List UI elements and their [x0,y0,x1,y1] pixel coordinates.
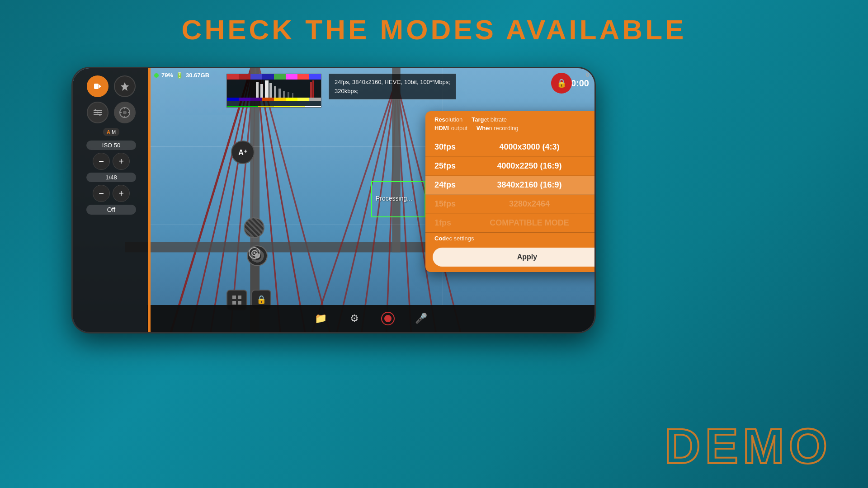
mode-row-2[interactable]: 24fps 3840x2160 (16:9) Off [425,176,596,195]
left-controls-panel: A M ISO 50 − + 1/48 − + Off [73,68,150,332]
svg-rect-37 [238,301,241,305]
shutter-plus-button[interactable]: + [113,185,130,202]
camera-info-panel: 24fps, 3840x2160, HEVC, 10bit, 100*²Mbps… [329,74,456,99]
lock-button[interactable]: 🔒 [551,73,572,94]
mode-row-1[interactable]: 25fps 4000x2250 (16:9) [425,157,596,176]
mode-row-3[interactable]: 15fps 3280x2464 GPU [425,195,596,214]
mode-m-label: M [112,129,116,135]
camera-info-line2: 320kbps; [335,87,450,96]
mode-row-0[interactable]: 30fps 4000x3000 (4:3) [425,138,596,157]
svg-rect-23 [269,83,272,98]
shutter-label: 1/48 [86,173,136,182]
auto-plus-button[interactable]: A⁺ [231,141,255,164]
svg-rect-25 [278,89,281,98]
mode-fps-3: 15fps [434,199,462,209]
signal-dot [154,73,159,78]
svg-point-48 [123,111,127,114]
svg-rect-36 [232,301,236,305]
apply-button[interactable]: Apply [433,248,596,267]
battery-percent: 79% [161,72,173,79]
mode-res-4: COMPATIBLE MODE [466,218,593,228]
modes-list: 30fps 4000x3000 (4:3) 25fps 4000x2250 (1… [425,134,596,232]
svg-point-54 [384,315,392,322]
svg-point-44 [94,109,96,111]
svg-rect-34 [232,296,236,299]
storage-text: 30.67GB [186,72,209,79]
mode-fps-0: 30fps [434,142,462,152]
off-label: Off [86,205,136,215]
svg-point-45 [97,112,99,113]
processing-text: Processing... [376,195,412,202]
svg-rect-24 [274,86,276,98]
svg-rect-38 [94,84,99,89]
mode-row-4[interactable]: 1fps COMPATIBLE MODE [425,214,596,232]
svg-rect-22 [265,80,269,98]
mode-indicator: A M [103,128,119,136]
histogram-panel [226,74,321,108]
demo-watermark: DEMO [665,417,832,474]
mic-button[interactable]: 🎤 [411,309,431,328]
record-button[interactable] [378,309,398,328]
striped-button[interactable] [244,217,264,238]
mode-fps-4: 1fps [434,218,462,228]
left-separator [148,68,151,332]
modes-panel: ✕ Resolution Target bitrate HDMI output … [425,111,596,272]
status-bar: 79% 🔋 30.67GB [154,72,209,79]
phone-device: 79% 🔋 30.67GB [71,67,596,333]
iso-minus-button[interactable]: − [93,153,110,170]
mode-res-1: 4000x2250 (16:9) [466,161,593,171]
svg-rect-35 [238,296,241,299]
settings-mode-button[interactable] [87,102,108,123]
settings-button[interactable]: ⚙ [344,309,364,328]
target-button[interactable] [247,245,268,266]
mode-fps-2: 24fps [434,180,462,190]
svg-rect-26 [283,91,285,98]
camera-info-line1: 24fps, 3840x2160, HEVC, 10bit, 100*²Mbps… [335,78,450,87]
svg-point-46 [99,114,101,116]
files-button[interactable]: 📁 [311,309,331,328]
svg-marker-39 [99,84,101,88]
shutter-minus-button[interactable]: − [93,185,110,202]
svg-rect-28 [292,93,293,98]
mode-res-0: 4000x3000 (4:3) [466,142,593,152]
mode-res-3: 3280x2464 [466,199,593,209]
iso-label: ISO 50 [86,141,136,150]
mode-fps-1: 25fps [434,161,462,171]
mode-res-2: 3840x2160 (16:9) [466,180,593,190]
svg-rect-29 [310,82,312,98]
svg-point-33 [254,252,255,254]
svg-rect-30 [312,80,314,98]
bottom-toolbar: 📁 ⚙ 🎤 [147,305,594,332]
flashlight-button[interactable] [114,75,136,97]
svg-rect-21 [260,84,263,98]
svg-rect-27 [288,92,289,98]
record-mode-button[interactable] [87,75,108,97]
iso-plus-button[interactable]: + [113,153,130,170]
storage-icon: 🔋 [176,72,183,79]
svg-rect-20 [256,82,259,98]
svg-marker-40 [121,82,129,91]
wheel-button[interactable] [114,102,136,123]
